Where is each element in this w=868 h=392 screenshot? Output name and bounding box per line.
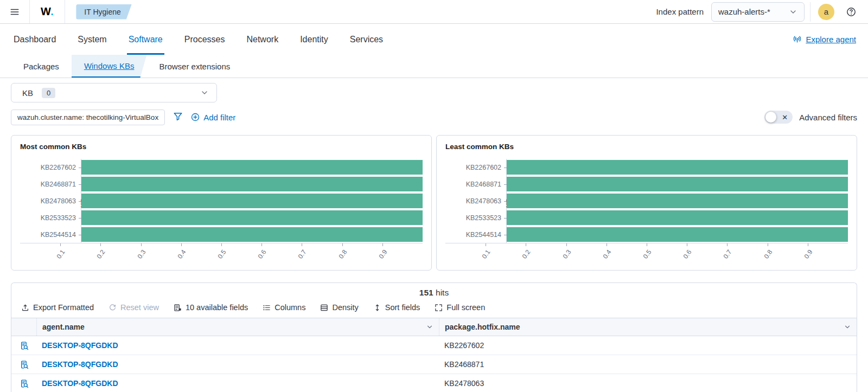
export-icon	[21, 304, 29, 312]
refresh-icon	[108, 304, 117, 312]
topbar-right: Index pattern wazuh-alerts-* a	[656, 2, 860, 22]
plus-circle-icon	[191, 113, 200, 121]
chart-panel-least-common-kbs: Least common KBs KBs KB2267602KB2468871K…	[436, 135, 857, 271]
add-filter-button[interactable]: Add filter	[191, 113, 235, 122]
category-label: KB2533523	[29, 214, 76, 222]
bar-kb2267602[interactable]	[81, 160, 423, 175]
agent-name-link[interactable]: DESKTOP-8QFGDKD	[42, 360, 118, 369]
x-tick-label: 0.8	[762, 248, 774, 260]
category-label: KB2544514	[29, 231, 76, 239]
x-tick	[60, 243, 61, 246]
nav-tab-processes[interactable]: Processes	[183, 24, 227, 55]
x-tick-label: 0.6	[257, 248, 268, 260]
x-tick	[486, 243, 486, 246]
category-label: KB2468871	[455, 181, 501, 188]
y-tick	[79, 235, 81, 235]
bar-kb2468871[interactable]	[507, 177, 848, 191]
bar-kb2533523[interactable]	[81, 210, 423, 225]
hits-line: 151 hits	[11, 283, 857, 299]
category-label: KB2533523	[455, 214, 501, 222]
expand-document-button[interactable]	[20, 379, 29, 388]
nav-tab-software[interactable]: Software	[127, 24, 164, 55]
chevron-down-icon	[844, 323, 851, 331]
table-body: DESKTOP-8QFGDKD KB2267602 DESKTOP-8QFGDK…	[11, 336, 857, 392]
y-tick	[504, 168, 507, 168]
x-tick	[382, 243, 383, 246]
chart-title: Most common KBs	[20, 143, 423, 151]
column-header-package-hotfix-name[interactable]: package.hotfix.name	[439, 318, 857, 336]
density-button[interactable]: Density	[320, 303, 358, 312]
nav-tab-system[interactable]: System	[76, 24, 108, 55]
sub-tab-browser-extensions[interactable]: Browser extensions	[146, 55, 242, 78]
kb-count-badge: 0	[42, 88, 55, 98]
expand-document-icon	[20, 379, 29, 388]
nav-tab-services[interactable]: Services	[348, 24, 385, 55]
y-tick	[504, 235, 507, 235]
10-available-fields-button[interactable]: 10 available fields	[174, 303, 248, 312]
bar-kb2478063[interactable]	[507, 194, 848, 208]
x-tick	[687, 243, 687, 246]
y-tick	[79, 201, 81, 202]
bar-row: KB2267602	[81, 159, 423, 176]
menu-icon	[10, 7, 20, 17]
wazuh-logo[interactable]: W.	[35, 5, 59, 18]
filter-icon	[173, 112, 183, 121]
x-tick-label: 0.3	[561, 248, 572, 260]
bar-row: KB2533523	[507, 209, 848, 226]
bar-kb2544514[interactable]	[81, 227, 423, 242]
divider	[810, 2, 810, 22]
columns-button[interactable]: Columns	[263, 303, 305, 312]
user-avatar[interactable]: a	[818, 4, 834, 20]
bar-row: KB2478063	[507, 192, 848, 209]
x-tick	[302, 243, 302, 246]
y-tick	[504, 218, 507, 219]
column-header-agent-name[interactable]: agent.name	[36, 318, 439, 336]
y-tick	[79, 168, 81, 168]
bar-kb2544514[interactable]	[507, 227, 848, 242]
x-tick-label: 0.2	[521, 248, 532, 260]
bar-row: KB2468871	[507, 176, 848, 192]
menu-button[interactable]	[5, 3, 24, 21]
export-formatted-button[interactable]: Export Formatted	[21, 303, 94, 312]
nav-tab-dashboard[interactable]: Dashboard	[12, 24, 58, 55]
table-row: DESKTOP-8QFGDKD KB2478063	[11, 374, 857, 392]
sort-fields-button[interactable]: Sort fields	[373, 303, 420, 312]
explore-agent-link[interactable]: Explore agent	[793, 24, 856, 55]
full-screen-button[interactable]: Full screen	[435, 303, 485, 312]
filter-bar: wazuh.cluster.name: thecotilking-Virtual…	[11, 108, 857, 126]
x-tick	[526, 243, 526, 246]
sub-tab-windows-kbs[interactable]: Windows KBs	[72, 55, 147, 78]
hotfix-value: KB2478063	[444, 379, 484, 388]
help-button[interactable]	[842, 3, 860, 21]
nav-tab-identity[interactable]: Identity	[298, 24, 330, 55]
bar-row: KB2544514	[507, 226, 848, 243]
control-column-header	[11, 318, 36, 336]
table-row: DESKTOP-8QFGDKD KB2468871	[11, 355, 857, 374]
index-pattern-select[interactable]: wazuh-alerts-*	[711, 2, 805, 22]
agent-name-link[interactable]: DESKTOP-8QFGDKD	[42, 341, 118, 350]
sub-tab-packages[interactable]: Packages	[11, 55, 72, 78]
filter-pill[interactable]: wazuh.cluster.name: thecotilking-Virtual…	[11, 110, 165, 125]
bar-kb2267602[interactable]	[507, 160, 848, 175]
bar-kb2533523[interactable]	[507, 210, 848, 225]
category-label: KB2468871	[29, 181, 76, 188]
category-label: KB2478063	[29, 197, 76, 205]
bar-kb2478063[interactable]	[81, 194, 423, 208]
x-tick	[181, 243, 182, 246]
sub-tabs: Packages Windows KBs Browser extensions	[0, 55, 868, 78]
nav-tab-network[interactable]: Network	[245, 24, 280, 55]
bar-kb2468871[interactable]	[81, 177, 423, 191]
divider	[65, 0, 65, 23]
kb-filter-select[interactable]: KB 0	[11, 83, 217, 102]
sort-icon	[373, 304, 381, 312]
agent-name-link[interactable]: DESKTOP-8QFGDKD	[42, 379, 118, 388]
advanced-filters-toggle[interactable]: ✕	[764, 111, 793, 124]
x-tick-label: 0.2	[95, 248, 107, 260]
expand-document-button[interactable]	[20, 360, 29, 369]
bar-row: KB2478063	[81, 192, 423, 209]
bar-row: KB2267602	[507, 159, 848, 176]
expand-document-button[interactable]	[20, 341, 29, 350]
filter-funnel-button[interactable]	[173, 112, 183, 123]
breadcrumb[interactable]: IT Hygiene	[76, 4, 131, 20]
reset-view-button: Reset view	[108, 303, 159, 312]
